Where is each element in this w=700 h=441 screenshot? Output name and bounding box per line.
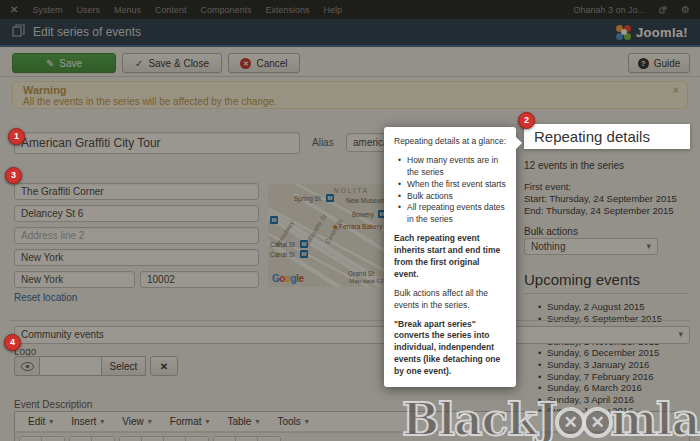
- popup-bold-text-1: Each repeating event inherits start and …: [394, 233, 506, 281]
- tour-popup: Repeating details at a glance: How many …: [384, 127, 516, 387]
- popup-bullet: All repeating events dates in the series: [398, 202, 506, 226]
- tour-step-1[interactable]: 1: [8, 128, 25, 145]
- repeating-details-title: Repeating details: [524, 128, 650, 145]
- popup-bullet-list: How many events are in the series When t…: [398, 155, 506, 226]
- tour-dim-overlay: [0, 0, 700, 441]
- popup-intro: Repeating details at a glance:: [394, 136, 506, 148]
- tour-step-3[interactable]: 3: [5, 167, 22, 184]
- popup-bullet: Bulk actions: [398, 191, 506, 203]
- edit-series-page: ✕ System Users Menus Content Components …: [0, 0, 700, 441]
- tour-step-2[interactable]: 2: [518, 112, 535, 129]
- popup-bullet: When the first event starts: [398, 179, 506, 191]
- tour-step-4[interactable]: 4: [4, 334, 21, 351]
- repeating-details-highlight: Repeating details: [524, 124, 690, 149]
- popup-text-1: Bulk actions affect all the events in th…: [394, 288, 506, 312]
- popup-bold-text-2: "Break apart series" converts the series…: [394, 319, 506, 378]
- popup-bullet: How many events are in the series: [398, 155, 506, 179]
